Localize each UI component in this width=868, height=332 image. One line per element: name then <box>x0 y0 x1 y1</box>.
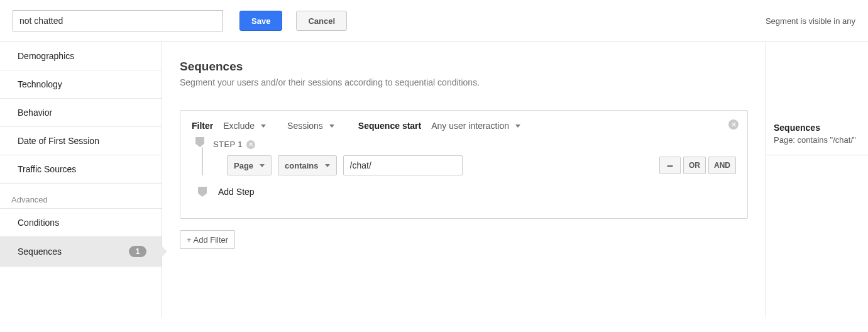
sidebar-item-demographics[interactable]: Demographics <box>0 42 162 70</box>
caret-down-icon <box>329 124 334 128</box>
dimension-value: Page <box>234 161 253 170</box>
sidebar-item-date-first-session[interactable]: Date of First Session <box>0 127 162 155</box>
summary-title: Sequences <box>774 123 860 133</box>
sidebar-item-conditions[interactable]: Conditions <box>0 208 162 237</box>
cancel-button[interactable]: Cancel <box>296 11 347 31</box>
caret-down-icon <box>260 164 265 167</box>
sidebar-item-technology[interactable]: Technology <box>0 70 162 99</box>
step-timeline <box>198 137 207 175</box>
step-label: STEP 1 <box>213 140 243 149</box>
match-type-value: contains <box>285 161 318 170</box>
filter-card: ✕ Filter Exclude Sessions Sequence start <box>180 110 748 219</box>
sidebar: Demographics Technology Behavior Date of… <box>0 42 162 318</box>
sidebar-item-behavior[interactable]: Behavior <box>0 99 162 127</box>
sidebar-item-count-badge: 1 <box>129 246 146 257</box>
summary-panel: Sequences Page: contains "/chat/" <box>766 42 868 318</box>
caret-down-icon <box>325 164 330 167</box>
include-exclude-dropdown[interactable]: Exclude <box>221 121 268 131</box>
remove-step-icon[interactable]: ✕ <box>246 140 255 149</box>
page-title: Sequences <box>180 60 748 74</box>
sequence-start-value: Any user interaction <box>431 121 509 131</box>
condition-value-input[interactable] <box>343 155 463 175</box>
scope-value: Sessions <box>287 121 323 131</box>
add-step-row[interactable]: Add Step <box>192 175 736 208</box>
caret-down-icon <box>515 124 520 128</box>
scope-dropdown[interactable]: Sessions <box>285 121 337 131</box>
segment-name-input[interactable] <box>13 10 223 31</box>
segment-visibility-text: Segment is visible in any <box>766 16 855 26</box>
step-marker-icon <box>198 187 207 197</box>
caret-down-icon <box>261 124 266 128</box>
include-exclude-value: Exclude <box>223 121 255 131</box>
step-marker-icon <box>195 137 204 147</box>
sequence-start-label: Sequence start <box>358 121 421 131</box>
save-button[interactable]: Save <box>239 11 282 31</box>
sidebar-item-traffic-sources[interactable]: Traffic Sources <box>0 155 162 184</box>
sidebar-item-sequences[interactable]: Sequences 1 <box>0 237 162 267</box>
add-filter-button[interactable]: + Add Filter <box>180 230 235 249</box>
page-subtitle: Segment your users and/or their sessions… <box>180 77 748 87</box>
sidebar-item-label: Sequences <box>18 246 62 257</box>
and-button[interactable]: AND <box>708 157 736 174</box>
add-step-label: Add Step <box>218 187 255 197</box>
match-type-dropdown[interactable]: contains <box>278 155 336 175</box>
remove-condition-button[interactable]: – <box>659 157 681 174</box>
filter-label: Filter <box>192 121 213 131</box>
sequence-start-dropdown[interactable]: Any user interaction <box>429 121 523 131</box>
or-button[interactable]: OR <box>683 157 706 174</box>
main-panel: Sequences Segment your users and/or thei… <box>162 42 766 318</box>
sidebar-group-advanced: Advanced <box>0 184 162 208</box>
remove-filter-icon[interactable]: ✕ <box>728 119 739 130</box>
dimension-dropdown[interactable]: Page <box>227 155 272 175</box>
summary-condition-text: Page: contains "/chat/" <box>774 135 860 145</box>
